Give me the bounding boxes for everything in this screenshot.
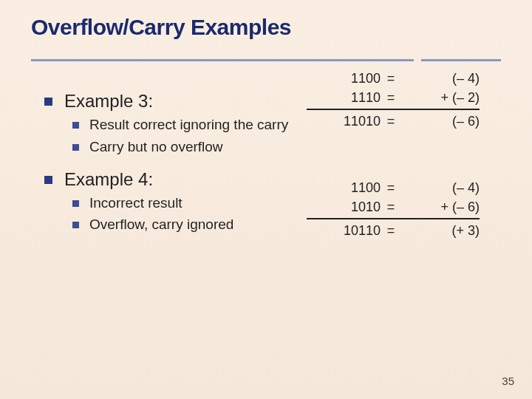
point-text: Overflow, carry ignored: [89, 216, 233, 233]
decimal-value: + (– 6): [401, 197, 480, 216]
equals-sign: =: [381, 112, 401, 131]
table-row: 1100 = (– 4): [307, 69, 480, 88]
table-row: 11010 = (– 6): [307, 112, 480, 131]
decimal-value: (– 4): [401, 178, 480, 197]
equals-sign: =: [381, 88, 401, 107]
bullet-square-icon: [72, 222, 79, 228]
binary-value: 11010: [307, 112, 381, 131]
page-number: 35: [502, 375, 514, 387]
bullet-square-icon: [72, 200, 79, 207]
decimal-value: (+ 3): [401, 221, 480, 240]
decimal-value: + (– 2): [401, 88, 480, 107]
bullet-square-icon: [72, 144, 79, 151]
binary-value: 1100: [307, 178, 381, 197]
decimal-value: (– 6): [401, 112, 480, 131]
point-text: Incorrect result: [89, 194, 183, 212]
content-area: Example 3: Result correct ignoring the c…: [0, 61, 532, 233]
bullet-square-icon: [44, 98, 52, 106]
equals-sign: =: [381, 178, 401, 197]
point-text: Carry but no overflow: [89, 138, 223, 156]
example-heading: Example 3:: [64, 91, 153, 112]
separator-line: [307, 218, 480, 219]
bullet-square-icon: [72, 122, 79, 129]
equals-sign: =: [381, 69, 401, 88]
binary-value: 1100: [307, 69, 381, 88]
table-row: 1100 = (– 4): [307, 178, 480, 197]
equals-sign: =: [381, 221, 401, 240]
table-row: 1010 = + (– 6): [307, 197, 480, 216]
table-row: 1110 = + (– 2): [307, 88, 480, 107]
calc-table: 1100 = (– 4) 1010 = + (– 6) 10110 = (+ 3…: [307, 178, 480, 240]
list-item: Carry but no overflow: [72, 138, 532, 156]
equals-sign: =: [381, 197, 401, 216]
table-row: 10110 = (+ 3): [307, 221, 480, 240]
decimal-value: (– 4): [401, 69, 480, 88]
example-heading: Example 4:: [64, 169, 153, 190]
binary-value: 1110: [307, 88, 381, 107]
calc-table: 1100 = (– 4) 1110 = + (– 2) 11010 = (– 6…: [307, 69, 480, 131]
bullet-square-icon: [44, 176, 52, 184]
binary-value: 10110: [307, 221, 381, 240]
separator-line: [307, 109, 480, 110]
binary-value: 1010: [307, 197, 381, 216]
slide-title: Overflow/Carry Examples: [0, 0, 532, 40]
point-text: Result correct ignoring the carry: [89, 116, 288, 134]
